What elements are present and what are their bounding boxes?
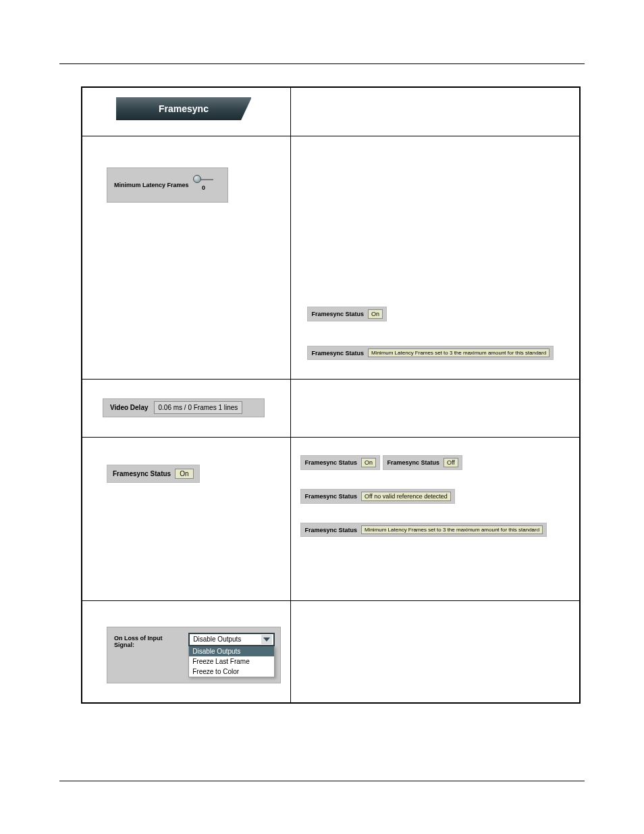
settings-table: Framesync Minimum Latency Frames 0 Frame… [81, 86, 581, 704]
framesync-status-label: Framesync Status [311, 350, 364, 357]
on-loss-select[interactable]: Disable Outputs Disable Outputs Freeze L… [188, 633, 275, 677]
framesync-status-row: Framesync Status On [300, 455, 380, 470]
on-loss-option[interactable]: Freeze to Color [189, 667, 274, 677]
on-loss-select-display[interactable]: Disable Outputs [188, 633, 275, 646]
framesync-status-value: Off [444, 458, 458, 467]
framesync-status-label: Framesync Status [304, 459, 357, 466]
framesync-status-row: Framesync Status Off [383, 455, 462, 470]
framesync-tab[interactable]: Framesync [116, 97, 251, 120]
framesync-status-row: Framesync Status On [107, 465, 200, 483]
framesync-status-label: Framesync Status [304, 527, 357, 533]
framesync-status-value: On [175, 469, 193, 479]
on-loss-options: Disable Outputs Freeze Last Frame Freeze… [188, 646, 275, 677]
framesync-status-label: Framesync Status [311, 311, 364, 317]
framesync-tab-label: Framesync [159, 103, 209, 114]
min-latency-value: 0 [194, 184, 213, 191]
framesync-status-row: Framesync Status Minimum Latency Frames … [300, 523, 547, 537]
framesync-status-row: Framesync Status Off no valid reference … [300, 489, 454, 504]
min-latency-slider[interactable]: 0 [194, 179, 213, 191]
video-delay-panel: Video Delay 0.06 ms / 0 Frames 1 lines [103, 398, 265, 417]
framesync-status-label: Framesync Status [387, 459, 439, 466]
on-loss-selected: Disable Outputs [193, 635, 241, 643]
min-latency-panel: Minimum Latency Frames 0 [107, 167, 228, 203]
on-loss-option[interactable]: Disable Outputs [189, 646, 274, 656]
framesync-status-label: Framesync Status [113, 470, 171, 477]
top-rule [59, 63, 585, 64]
bottom-rule [59, 781, 585, 781]
video-delay-value: 0.06 ms / 0 Frames 1 lines [154, 401, 243, 414]
framesync-status-value: On [361, 458, 376, 467]
framesync-status-value: On [368, 309, 383, 319]
slider-knob[interactable] [193, 175, 201, 183]
framesync-status-value: Minimum Latency Frames set to 3 the maxi… [361, 525, 543, 534]
on-loss-option[interactable]: Freeze Last Frame [189, 656, 274, 667]
chevron-down-icon [261, 635, 272, 644]
on-loss-panel: On Loss of Input Signal: Disable Outputs… [107, 627, 281, 683]
on-loss-label: On Loss of Input Signal: [114, 635, 183, 648]
framesync-status-value: Minimum Latency Frames set to 3 the maxi… [368, 348, 549, 357]
video-delay-label: Video Delay [110, 404, 149, 411]
framesync-status-value: Off no valid reference detected [361, 492, 451, 501]
framesync-status-row: Framesync Status Minimum Latency Frames … [307, 346, 554, 360]
framesync-status-row: Framesync Status On [307, 307, 387, 321]
min-latency-label: Minimum Latency Frames [114, 182, 189, 188]
framesync-status-label: Framesync Status [304, 493, 357, 500]
